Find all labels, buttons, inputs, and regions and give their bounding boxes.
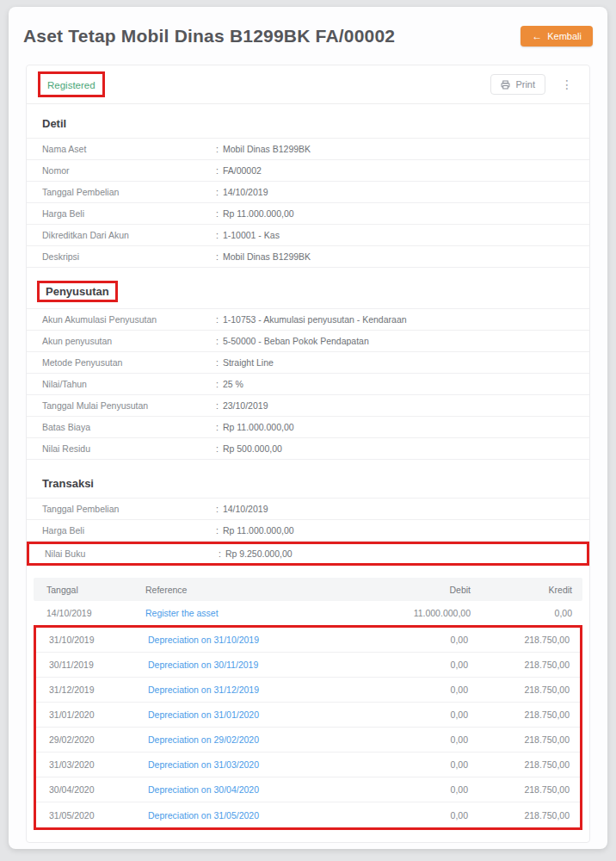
cell-kredit: 0,00: [481, 608, 582, 618]
print-button-label: Print: [515, 79, 535, 90]
field-value: :Straight Line: [216, 357, 274, 368]
cell-kredit: 218.750,00: [478, 784, 580, 795]
transaction-row: Nilai Buku :Rp 9.250.000,00: [27, 542, 589, 566]
table-row: 31/12/2019 Depreciation on 31/12/2019 0,…: [36, 678, 580, 703]
detail-row: Tanggal Mulai Penyusutan :23/10/2019: [27, 395, 589, 417]
cell-debit: 0,00: [349, 759, 478, 770]
detail-rows: Nama Aset :Mobil Dinas B1299BK Nomor :FA…: [27, 138, 589, 268]
field-value-text: Rp 11.000.000,00: [223, 422, 294, 432]
card-topbar: Registered Print ⋮: [27, 65, 589, 104]
field-value: :14/10/2019: [216, 504, 268, 514]
field-value-text: 5-50000 - Beban Pokok Pendapatan: [223, 336, 369, 346]
cell-debit: 11.000.000,00: [352, 608, 481, 618]
reference-link[interactable]: Depreciation on 31/05/2020: [148, 810, 259, 821]
detail-row: Harga Beli :Rp 11.000.000,00: [27, 203, 589, 225]
field-label: Nilai Buku: [45, 548, 219, 559]
asset-card: Registered Print ⋮ Detil: [26, 65, 590, 843]
field-label: Dikreditkan Dari Akun: [42, 230, 216, 240]
table-row: 29/02/2020 Depreciation on 29/02/2020 0,…: [36, 728, 580, 753]
status-badge: Registered: [47, 80, 95, 90]
field-value: :25 %: [216, 379, 243, 389]
field-value: :23/10/2019: [216, 400, 268, 411]
detail-row: Akun Akumulasi Penyusutan :1-10753 - Aku…: [27, 309, 589, 331]
cell-tanggal: 30/11/2019: [36, 660, 135, 670]
field-label: Tanggal Pembelian: [42, 504, 216, 514]
field-value: :Rp 11.000.000,00: [216, 422, 294, 432]
reference-link[interactable]: Register the asset: [145, 608, 219, 618]
colon-separator: :: [216, 187, 219, 197]
reference-link[interactable]: Depreciation on 30/04/2020: [148, 784, 259, 795]
cell-reference: Register the asset: [132, 608, 352, 618]
colon-separator: :: [216, 504, 219, 514]
detail-row: Deskripsi :Mobil Dinas B1299BK: [27, 246, 589, 268]
cell-kredit: 218.750,00: [478, 635, 580, 645]
colon-separator: :: [216, 400, 219, 411]
reference-link[interactable]: Depreciation on 31/12/2019: [148, 684, 259, 695]
cell-debit: 0,00: [349, 784, 478, 795]
table-row: 31/01/2020 Depreciation on 31/01/2020 0,…: [36, 703, 580, 728]
field-label: Akun penyusutan: [42, 336, 216, 346]
cell-reference: Depreciation on 29/02/2020: [135, 734, 349, 745]
field-label: Nilai Residu: [42, 443, 216, 454]
cell-kredit: 218.750,00: [478, 684, 580, 695]
colon-separator: :: [216, 443, 219, 454]
field-value-text: Rp 500.000,00: [223, 443, 282, 454]
journal-table: Tanggal Reference Debit Kredit 14/10/201…: [34, 578, 582, 830]
table-header-row: Tanggal Reference Debit Kredit: [34, 578, 582, 601]
cell-tanggal: 14/10/2019: [34, 608, 132, 618]
colon-separator: :: [216, 336, 219, 346]
field-label: Nomor: [42, 165, 216, 176]
field-value-text: Mobil Dinas B1299BK: [223, 144, 311, 154]
field-value-text: Straight Line: [223, 357, 274, 368]
outer-frame: Aset Tetap Mobil Dinas B1299BK FA/00002 …: [0, 0, 616, 861]
reference-link[interactable]: Depreciation on 29/02/2020: [148, 734, 259, 745]
field-label: Tanggal Pembelian: [42, 187, 216, 197]
table-row: 31/05/2020 Depreciation on 31/05/2020 0,…: [36, 802, 580, 827]
print-button[interactable]: Print: [490, 74, 545, 95]
detail-row: Metode Penyusutan :Straight Line: [27, 352, 589, 374]
field-value-text: 14/10/2019: [223, 504, 268, 514]
section-detail-heading: Detil: [27, 117, 589, 138]
printer-icon: [501, 80, 510, 90]
cell-kredit: 218.750,00: [478, 734, 580, 745]
field-label: Harga Beli: [42, 208, 216, 219]
field-label: Deskripsi: [42, 251, 216, 262]
cell-debit: 0,00: [349, 635, 478, 645]
field-label: Tanggal Mulai Penyusutan: [42, 400, 216, 411]
detail-row: Nomor :FA/00002: [27, 160, 589, 182]
back-arrow-icon: ←: [532, 31, 542, 41]
field-value-text: Mobil Dinas B1299BK: [223, 251, 311, 262]
cell-tanggal: 29/02/2020: [36, 734, 135, 745]
page-header: Aset Tetap Mobil Dinas B1299BK FA/00002 …: [23, 7, 593, 46]
back-button[interactable]: ← Kembali: [521, 26, 593, 46]
cell-debit: 0,00: [349, 684, 478, 695]
kebab-menu-icon[interactable]: ⋮: [556, 76, 578, 93]
cell-kredit: 218.750,00: [478, 810, 580, 821]
cell-kredit: 218.750,00: [478, 660, 580, 670]
field-value-text: 23/10/2019: [223, 400, 268, 411]
table-row-register: 14/10/2019 Register the asset 11.000.000…: [34, 601, 582, 626]
colon-separator: :: [216, 208, 219, 219]
reference-link[interactable]: Depreciation on 31/01/2020: [148, 709, 259, 720]
column-header-kredit: Kredit: [481, 585, 582, 595]
field-label: Akun Akumulasi Penyusutan: [42, 314, 216, 325]
cell-debit: 0,00: [349, 709, 478, 720]
table-row: 30/04/2020 Depreciation on 30/04/2020 0,…: [36, 777, 580, 802]
cell-reference: Depreciation on 30/04/2020: [135, 784, 349, 795]
reference-link[interactable]: Depreciation on 31/10/2019: [148, 635, 259, 645]
section-depreciation: Penyusutan Akun Akumulasi Penyusutan :1-…: [27, 281, 589, 460]
field-value-text: Rp 11.000.000,00: [223, 525, 294, 536]
cell-reference: Depreciation on 31/01/2020: [135, 709, 349, 720]
cell-tanggal: 31/05/2020: [36, 810, 135, 821]
section-transaction: Transaksi Tanggal Pembelian :14/10/2019 …: [27, 477, 589, 566]
cell-debit: 0,00: [349, 660, 478, 670]
transaction-row: Tanggal Pembelian :14/10/2019: [27, 499, 589, 520]
field-label: Metode Penyusutan: [42, 357, 216, 368]
detail-row: Nilai Residu :Rp 500.000,00: [27, 438, 589, 460]
field-value: :5-50000 - Beban Pokok Pendapatan: [216, 336, 369, 346]
field-value: :1-10753 - Akumulasi penyusutan - Kendar…: [216, 314, 407, 325]
field-value: :1-10001 - Kas: [216, 230, 280, 240]
reference-link[interactable]: Depreciation on 31/03/2020: [148, 759, 259, 770]
reference-link[interactable]: Depreciation on 30/11/2019: [148, 660, 258, 670]
cell-tanggal: 31/10/2019: [36, 635, 135, 645]
